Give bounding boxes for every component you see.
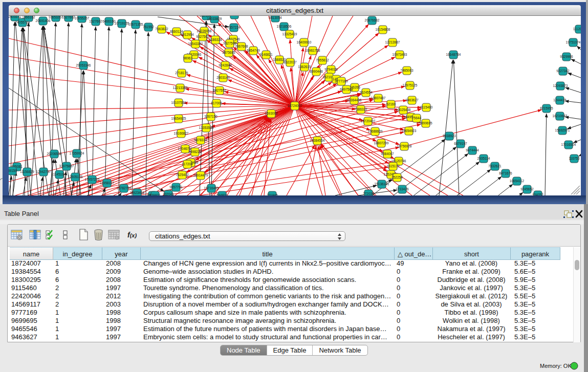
svg-text:9657791: 9657791 <box>169 185 183 189</box>
svg-text:12213987: 12213987 <box>385 40 400 44</box>
svg-text:5878334: 5878334 <box>194 138 207 142</box>
svg-text:7955812: 7955812 <box>316 58 329 62</box>
svg-text:19756928: 19756928 <box>397 144 412 148</box>
svg-text:10719155: 10719155 <box>115 21 129 25</box>
svg-text:772034: 772034 <box>363 192 374 195</box>
svg-text:721945: 721945 <box>267 193 278 195</box>
svg-text:15720407: 15720407 <box>361 119 376 123</box>
svg-text:7386322: 7386322 <box>354 107 367 111</box>
svg-text:9899695: 9899695 <box>419 121 432 125</box>
svg-text:33975887: 33975887 <box>59 164 74 168</box>
svg-text:19654923: 19654923 <box>402 129 417 133</box>
svg-text:19654925: 19654925 <box>171 117 186 120</box>
svg-text:16154808: 16154808 <box>376 28 390 31</box>
svg-text:18724007: 18724007 <box>288 104 302 107</box>
svg-text:332041: 332041 <box>163 192 174 195</box>
svg-text:8427552: 8427552 <box>213 89 226 92</box>
svg-text:8322037: 8322037 <box>284 60 297 64</box>
svg-text:10807487: 10807487 <box>371 96 386 100</box>
svg-text:11923468: 11923468 <box>130 191 145 194</box>
svg-text:16914479: 16914479 <box>193 173 208 177</box>
svg-text:7357224: 7357224 <box>227 26 241 29</box>
svg-text:7485063: 7485063 <box>400 69 413 72</box>
svg-text:2405572: 2405572 <box>9 16 21 18</box>
svg-text:1527602: 1527602 <box>62 16 75 19</box>
svg-text:9327505: 9327505 <box>223 41 236 45</box>
svg-text:13353594: 13353594 <box>199 126 214 129</box>
svg-text:19166827: 19166827 <box>174 132 189 135</box>
svg-text:1733426: 1733426 <box>396 187 409 191</box>
svg-text:12505135: 12505135 <box>68 175 83 179</box>
svg-text:16409910: 16409910 <box>297 40 312 44</box>
svg-text:16782759: 16782759 <box>117 186 132 190</box>
svg-text:8813054: 8813054 <box>269 16 282 19</box>
svg-text:18807299: 18807299 <box>374 141 389 145</box>
svg-text:1112042: 1112042 <box>573 27 581 31</box>
svg-text:9084067: 9084067 <box>381 152 394 156</box>
svg-text:2718176: 2718176 <box>175 71 188 75</box>
svg-text:7663822: 7663822 <box>155 27 168 31</box>
svg-text:15716485: 15716485 <box>204 186 219 190</box>
svg-text:19384554: 19384554 <box>310 139 325 142</box>
svg-text:20876682: 20876682 <box>365 18 380 22</box>
svg-text:20364436: 20364436 <box>347 98 362 102</box>
svg-text:75644: 75644 <box>412 116 421 120</box>
svg-text:17359924: 17359924 <box>70 151 84 155</box>
svg-text:16961758: 16961758 <box>306 49 320 52</box>
svg-text:9115460: 9115460 <box>420 105 433 109</box>
svg-text:11156829: 11156829 <box>20 170 34 173</box>
svg-text:8454749: 8454749 <box>247 49 260 52</box>
svg-text:9329966: 9329966 <box>560 55 573 58</box>
svg-text:1066162: 1066162 <box>22 16 35 19</box>
svg-text:8912954: 8912954 <box>181 33 194 36</box>
svg-text:20206538: 20206538 <box>47 152 62 156</box>
svg-text:8471676: 8471676 <box>499 171 512 175</box>
svg-text:98961: 98961 <box>183 56 192 60</box>
svg-text:1527602: 1527602 <box>89 19 102 23</box>
svg-text:19218506: 19218506 <box>277 25 292 28</box>
svg-text:9242848: 9242848 <box>219 63 232 67</box>
svg-text:15136141: 15136141 <box>375 182 389 186</box>
svg-text:1593002: 1593002 <box>265 112 278 115</box>
svg-text:8938923: 8938923 <box>443 134 456 138</box>
svg-text:9777169: 9777169 <box>335 79 348 83</box>
svg-text:934052: 934052 <box>532 193 543 195</box>
svg-text:9463627: 9463627 <box>405 98 419 102</box>
svg-text:3624554: 3624554 <box>359 91 373 94</box>
svg-text:117204: 117204 <box>182 162 193 166</box>
svg-text:9146821: 9146821 <box>259 53 273 56</box>
svg-text:1362615: 1362615 <box>298 65 311 69</box>
svg-text:10671355: 10671355 <box>128 23 143 26</box>
svg-text:10107553: 10107553 <box>171 101 186 104</box>
svg-text:16648784: 16648784 <box>446 53 461 56</box>
svg-text:17016504: 17016504 <box>561 143 576 146</box>
svg-text:9327503: 9327503 <box>196 35 209 38</box>
svg-text:7625402: 7625402 <box>176 173 189 177</box>
svg-text:16210643: 16210643 <box>553 114 568 118</box>
svg-text:10973493: 10973493 <box>393 53 407 56</box>
svg-text:23226058: 23226058 <box>197 29 212 33</box>
svg-text:2867608: 2867608 <box>235 45 248 48</box>
svg-text:3875685: 3875685 <box>222 51 235 54</box>
svg-text:7832621: 7832621 <box>488 164 502 168</box>
svg-text:13325419: 13325419 <box>282 32 297 36</box>
svg-text:9227342: 9227342 <box>556 69 570 73</box>
svg-text:1244415: 1244415 <box>553 98 567 102</box>
svg-text:1145194: 1145194 <box>53 172 66 176</box>
svg-text:12213389: 12213389 <box>173 86 188 90</box>
svg-text:39159: 39159 <box>9 169 17 172</box>
svg-text:3267150: 3267150 <box>204 115 217 118</box>
svg-text:15692971: 15692971 <box>555 128 570 132</box>
svg-text:2935114: 2935114 <box>477 157 490 160</box>
svg-text:817006: 817006 <box>211 101 222 105</box>
svg-text:252254: 252254 <box>391 176 403 179</box>
svg-text:10654112: 10654112 <box>510 179 525 183</box>
svg-text:20691406: 20691406 <box>36 19 51 23</box>
svg-text:29053346: 29053346 <box>76 63 91 67</box>
svg-text:751552: 751552 <box>143 25 154 29</box>
svg-text:17957225: 17957225 <box>85 178 100 181</box>
svg-text:6879197: 6879197 <box>454 142 467 145</box>
svg-text:884210: 884210 <box>229 16 240 16</box>
svg-text:9474444: 9474444 <box>466 148 479 152</box>
svg-text:6497568: 6497568 <box>340 87 353 91</box>
